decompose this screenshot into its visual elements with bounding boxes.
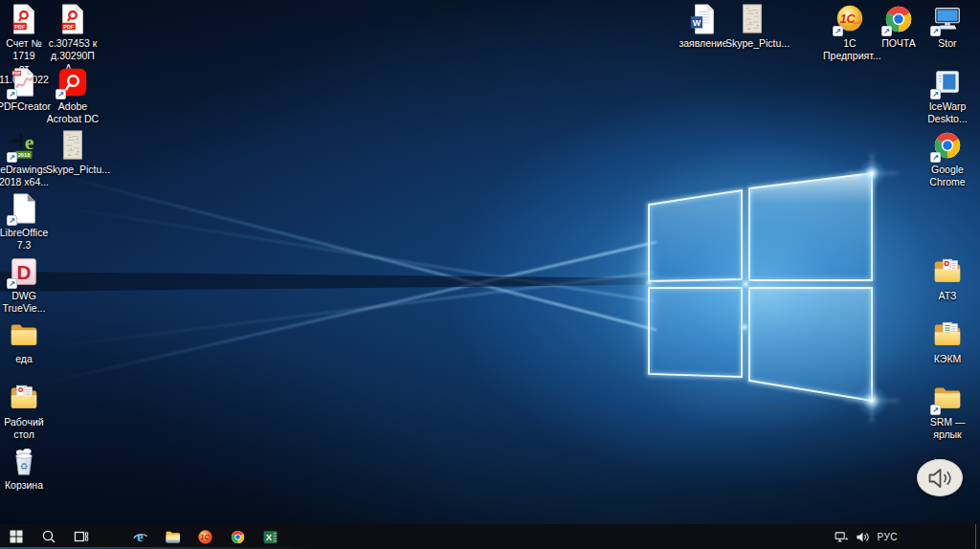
- icon-label: заявление: [677, 37, 730, 50]
- icon-label: DWG TrueVie...: [0, 290, 51, 315]
- volume-icon[interactable]: [856, 530, 870, 544]
- desktop-icon-pochta[interactable]: ↗ ПОЧТА: [872, 3, 925, 50]
- desktop-icon-srm[interactable]: ↗ SRM — ярлык: [921, 382, 974, 441]
- language-indicator[interactable]: РУС: [877, 532, 898, 542]
- dwg-icon: ↗: [8, 255, 40, 288]
- shortcut-overlay-icon: ↗: [930, 89, 941, 99]
- icon-label: АТЗ: [921, 290, 974, 302]
- desktop-icon-atz[interactable]: АТЗ: [921, 255, 974, 302]
- desktop-icon-google-chrome[interactable]: ↗ Google Chrome: [921, 129, 974, 188]
- icon-label: КЭКМ: [921, 353, 974, 365]
- desktop-wallpaper[interactable]: Счет № 1719 от 11.02.2022 с.307453 к д.3…: [0, 0, 980, 524]
- wallpaper-vignette: [0, 0, 980, 524]
- icon-label: Корзина: [0, 479, 51, 492]
- monitor-icon: ↗: [931, 3, 964, 35]
- desktop-icon-edrawings[interactable]: ↗ eDrawings 2018 x64...: [0, 129, 51, 188]
- taskbar-app-excel[interactable]: [254, 524, 286, 549]
- shortcut-overlay-icon: ↗: [7, 89, 17, 99]
- taskbar-app-file-explorer[interactable]: [156, 524, 189, 549]
- icon-label: IceWarp Deskto...: [921, 100, 974, 125]
- desktop-icon-skype-picture-1[interactable]: Skype_Pictu...: [46, 129, 100, 176]
- shortcut-overlay-icon: ↗: [7, 215, 17, 226]
- 1c-icon: ↗: [834, 3, 866, 35]
- desktop-icon-skype-picture-2[interactable]: Skype_Pictu...: [725, 3, 779, 50]
- icon-label: 1С Предприят...: [823, 37, 877, 62]
- pdf-document-icon: [56, 3, 89, 35]
- icon-label: Рабочий стол: [0, 416, 51, 441]
- taskbar-app-chrome[interactable]: [221, 524, 254, 549]
- recycle-bin-full-icon: [8, 445, 40, 477]
- 1c-icon: [197, 529, 213, 545]
- start-button[interactable]: [0, 524, 33, 549]
- shortcut-overlay-icon: ↗: [7, 278, 17, 289]
- icon-label: SRM — ярлык: [921, 416, 974, 441]
- excel-icon: [262, 529, 278, 545]
- desktop-icon-pdfcreator[interactable]: ↗ PDFCreator: [0, 66, 51, 113]
- search-button[interactable]: [33, 524, 65, 549]
- task-view-icon: [74, 529, 89, 544]
- speaker-icon: [924, 464, 955, 493]
- icon-label: LibreOffice 7.3: [0, 227, 51, 252]
- folder-icon: [165, 529, 181, 545]
- shortcut-overlay-icon: ↗: [930, 152, 941, 163]
- desktop-icon-stor[interactable]: ↗ Stor: [921, 3, 974, 50]
- icon-label: eDrawings 2018 x64...: [0, 164, 51, 188]
- word-document-icon: [687, 3, 720, 35]
- desktop-icon-zayavlenie[interactable]: заявление: [677, 3, 730, 50]
- wallpaper-light-hotspot: [373, 222, 660, 361]
- acrobat-icon: ↗: [56, 66, 89, 99]
- shortcut-overlay-icon: ↗: [881, 26, 892, 36]
- search-icon: [41, 529, 56, 544]
- icon-label: ПОЧТА: [872, 37, 925, 50]
- folder-pdf-icon: [931, 255, 964, 288]
- picture-icon: [56, 129, 89, 162]
- taskbar-app-internet-explorer[interactable]: [123, 524, 156, 549]
- pdf-document-icon: [8, 3, 40, 35]
- icon-label: PDFCreator: [0, 100, 51, 113]
- taskbar-spacer: [98, 524, 123, 549]
- shortcut-overlay-icon: ↗: [833, 26, 843, 36]
- internet-explorer-icon: [132, 529, 148, 545]
- system-tray: РУС: [835, 524, 898, 549]
- desktop-icon-kekm[interactable]: КЭКМ: [921, 318, 974, 365]
- icon-label: еда: [0, 353, 51, 365]
- chrome-icon: ↗: [931, 129, 964, 162]
- desktop-icon-rabochiy-stol[interactable]: Рабочий стол: [0, 382, 51, 441]
- shortcut-overlay-icon: ↗: [930, 405, 941, 415]
- desktop-icon-s307453[interactable]: с.307453 к д.30290П А...: [46, 3, 100, 74]
- desktop-icon-icewarp[interactable]: ↗ IceWarp Deskto...: [921, 66, 974, 125]
- wallpaper-ray-mid-upper: [0, 272, 655, 354]
- folder-documents-icon: [8, 382, 40, 414]
- desktop-icon-adobe-acrobat-dc[interactable]: ↗ Adobe Acrobat DC: [46, 66, 100, 125]
- icon-label: Stor: [921, 37, 974, 50]
- wallpaper-ray-lower: [17, 164, 657, 331]
- desktop-icon-korzina[interactable]: Корзина: [0, 445, 51, 492]
- wallpaper-ray-mid-lower: [2, 197, 655, 302]
- taskbar: РУС: [0, 524, 980, 549]
- windows-logo: [593, 124, 938, 450]
- taskbar-app-1c[interactable]: [189, 524, 221, 549]
- wallpaper-ray-upper: [12, 241, 657, 391]
- icon-label: Adobe Acrobat DC: [46, 100, 100, 125]
- desktop-icon-eda[interactable]: еда: [0, 318, 51, 365]
- windows-desktop-screen: Счет № 1719 от 11.02.2022 с.307453 к д.3…: [0, 0, 980, 549]
- icon-label: Skype_Pictu...: [46, 164, 100, 176]
- show-desktop-button[interactable]: [975, 524, 980, 549]
- desktop-icon-1c-predpriyatie[interactable]: ↗ 1С Предприят...: [823, 3, 877, 62]
- network-icon[interactable]: [835, 530, 849, 544]
- document-icon: ↗: [8, 192, 40, 225]
- edrawings-icon: ↗: [8, 129, 40, 162]
- app-window-icon: ↗: [931, 66, 964, 99]
- shortcut-overlay-icon: ↗: [930, 26, 941, 36]
- chrome-icon: [230, 529, 246, 545]
- windows-logo-icon: [9, 529, 24, 544]
- chrome-icon: ↗: [882, 3, 915, 35]
- desktop-icon-libreoffice[interactable]: ↗ LibreOffice 7.3: [0, 192, 51, 252]
- pdfcreator-icon: ↗: [8, 66, 40, 99]
- task-view-button[interactable]: [65, 524, 98, 549]
- desktop-icon-dwg-trueview[interactable]: ↗ DWG TrueVie...: [0, 255, 51, 315]
- folder-icon: ↗: [931, 382, 964, 414]
- volume-overlay-button[interactable]: [917, 459, 963, 496]
- folder-spreadsheet-icon: [931, 318, 964, 351]
- folder-icon: [8, 318, 40, 351]
